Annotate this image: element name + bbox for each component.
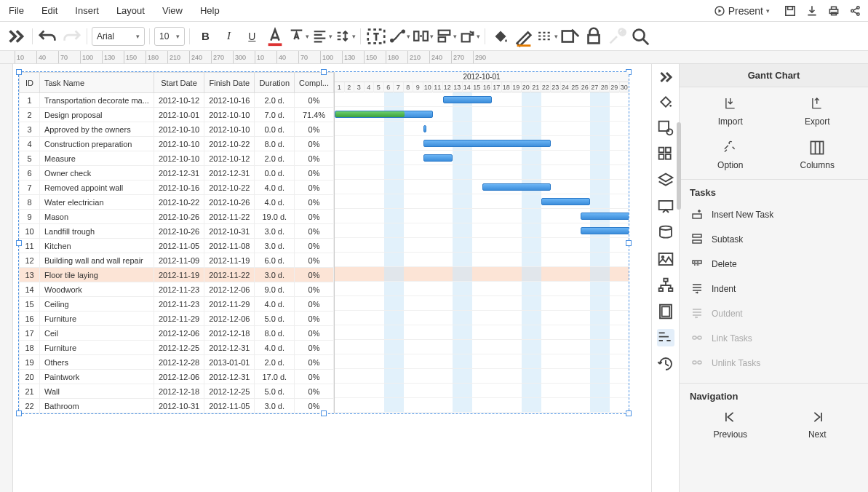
- gantt-bar[interactable]: [335, 111, 433, 118]
- hierarchy-icon[interactable]: [657, 277, 674, 294]
- redo-button[interactable]: [60, 25, 82, 47]
- option-button[interactable]: Option: [705, 140, 756, 170]
- menu-help[interactable]: Help: [200, 5, 220, 16]
- menu-layout[interactable]: Layout: [116, 5, 145, 16]
- table-row[interactable]: 22Bathroom2012-10-312012-11-053.0 d.0%: [20, 399, 334, 413]
- indent-button[interactable]: Indent: [684, 277, 864, 301]
- gantt-row[interactable]: [335, 92, 629, 107]
- gantt-row[interactable]: [335, 194, 629, 209]
- connector-button[interactable]: ▾: [389, 25, 410, 47]
- search-button[interactable]: [629, 25, 651, 47]
- resize-handle[interactable]: [16, 69, 22, 75]
- gantt-row[interactable]: [335, 369, 629, 384]
- download-icon[interactable]: [805, 4, 819, 17]
- export-button[interactable]: Export: [792, 96, 843, 127]
- import-button[interactable]: Import: [705, 96, 756, 127]
- database-icon[interactable]: [657, 224, 674, 242]
- gantt-bar[interactable]: [541, 198, 591, 205]
- table-row[interactable]: 17Ceil2012-12-062012-12-188.0 d.0%: [20, 326, 334, 341]
- gantt-row[interactable]: [335, 354, 629, 369]
- gantt-object[interactable]: IDTask NameStart DateFinish DateDuration…: [18, 71, 629, 414]
- gantt-row[interactable]: [335, 296, 629, 311]
- menu-edit[interactable]: Edit: [41, 5, 57, 16]
- gantt-bar[interactable]: [423, 125, 426, 132]
- gantt-timeline[interactable]: 2012-10-01 12345678910111213141516171819…: [335, 72, 629, 413]
- text-align-button[interactable]: ▾: [311, 25, 333, 47]
- fill-tool-icon[interactable]: [657, 93, 674, 111]
- table-row[interactable]: 5Measure2012-10-102012-10-122.0 d.0%: [20, 151, 334, 166]
- gantt-bar[interactable]: [423, 154, 453, 162]
- table-row[interactable]: 13Floor tile laying2012-11-192012-11-223…: [20, 268, 334, 282]
- resize-handle[interactable]: [16, 410, 22, 416]
- col-header[interactable]: Task Name: [40, 73, 154, 93]
- gantt-row[interactable]: [335, 267, 629, 282]
- undo-button[interactable]: [37, 25, 59, 47]
- subtask-button[interactable]: Subtask: [684, 227, 864, 252]
- table-row[interactable]: 12Building wall and wall repair2012-11-0…: [20, 253, 334, 268]
- menu-view[interactable]: View: [162, 5, 183, 16]
- layers-icon[interactable]: [657, 172, 674, 189]
- table-row[interactable]: 21Wall2012-12-182012-12-255.0 d.0%: [20, 384, 334, 399]
- print-icon[interactable]: [827, 4, 840, 17]
- gantt-row[interactable]: [335, 165, 629, 180]
- present-button[interactable]: Present ▾: [709, 3, 775, 19]
- gantt-row[interactable]: [335, 325, 629, 340]
- previous-button[interactable]: Previous: [705, 409, 756, 440]
- canvas[interactable]: IDTask NameStart DateFinish DateDuration…: [0, 64, 651, 492]
- insert-new-task-button[interactable]: Insert New Task: [684, 202, 864, 227]
- distribute-button[interactable]: ▾: [412, 25, 434, 47]
- gantt-row[interactable]: [335, 180, 629, 194]
- col-header[interactable]: Duration: [255, 73, 295, 93]
- table-row[interactable]: 1Transportation decorate ma...2012-10-12…: [20, 93, 334, 108]
- gantt-row[interactable]: [335, 238, 629, 253]
- share-icon[interactable]: [849, 4, 862, 17]
- gantt-row[interactable]: [335, 340, 629, 354]
- tools-button[interactable]: [606, 25, 628, 47]
- underline-button[interactable]: U: [241, 25, 263, 47]
- resize-handle[interactable]: [321, 69, 327, 75]
- table-row[interactable]: 3Approved by the owners2012-10-102012-10…: [20, 122, 334, 137]
- gantt-bar[interactable]: [482, 183, 552, 191]
- table-row[interactable]: 9Mason2012-10-262012-11-2219.0 d.0%: [20, 210, 334, 224]
- checkbox-tool-button[interactable]: [560, 25, 581, 47]
- gantt-row[interactable]: [335, 398, 629, 413]
- table-row[interactable]: 7Removed appoint wall2012-10-162012-10-2…: [20, 180, 334, 195]
- history-icon[interactable]: [657, 355, 674, 373]
- table-row[interactable]: 10Landfill trough2012-10-262012-10-313.0…: [20, 224, 334, 239]
- save-icon[interactable]: [784, 4, 797, 17]
- gantt-bar[interactable]: [423, 140, 552, 147]
- side-scrollbar[interactable]: [677, 122, 681, 210]
- col-header[interactable]: Finish Date: [204, 73, 255, 93]
- rotate-button[interactable]: ▾: [458, 25, 480, 47]
- presentation-icon[interactable]: [657, 198, 674, 215]
- font-color-button[interactable]: [264, 25, 286, 47]
- text-box-button[interactable]: [365, 25, 387, 47]
- table-row[interactable]: 15Ceiling2012-11-232012-11-294.0 d.0%: [20, 297, 334, 312]
- fill-color-button[interactable]: [490, 25, 511, 47]
- gantt-bar[interactable]: [443, 96, 493, 103]
- gantt-row[interactable]: [335, 151, 629, 165]
- gantt-icon[interactable]: [657, 329, 674, 346]
- table-row[interactable]: 2Design proposal2012-10-012012-10-107.0 …: [20, 108, 334, 122]
- table-row[interactable]: 11Kitchen2012-11-052012-11-083.0 d.0%: [20, 239, 334, 253]
- italic-button[interactable]: I: [218, 25, 239, 47]
- image-icon[interactable]: [657, 250, 674, 268]
- page-icon[interactable]: [657, 303, 674, 320]
- resize-handle[interactable]: [321, 410, 327, 416]
- gantt-row[interactable]: [335, 384, 629, 398]
- gantt-bar[interactable]: [581, 213, 629, 220]
- gantt-row[interactable]: [335, 253, 629, 267]
- line-spacing-button[interactable]: ▾: [334, 25, 356, 47]
- col-header[interactable]: Start Date: [154, 73, 204, 93]
- line-style-button[interactable]: ▾: [536, 25, 558, 47]
- shape-settings-icon[interactable]: [657, 119, 674, 137]
- menu-file[interactable]: File: [9, 5, 24, 16]
- font-size-select[interactable]: 10▾: [154, 27, 185, 46]
- lock-button[interactable]: [583, 25, 605, 47]
- expand-panel-icon[interactable]: [658, 68, 675, 86]
- gantt-row[interactable]: [335, 311, 629, 325]
- table-row[interactable]: 18Furniture2012-12-252012-12-314.0 d.0%: [20, 341, 334, 355]
- bold-button[interactable]: B: [194, 25, 216, 47]
- gantt-row[interactable]: [335, 282, 629, 296]
- table-row[interactable]: 14Woodwork2012-11-232012-12-069.0 d.0%: [20, 282, 334, 297]
